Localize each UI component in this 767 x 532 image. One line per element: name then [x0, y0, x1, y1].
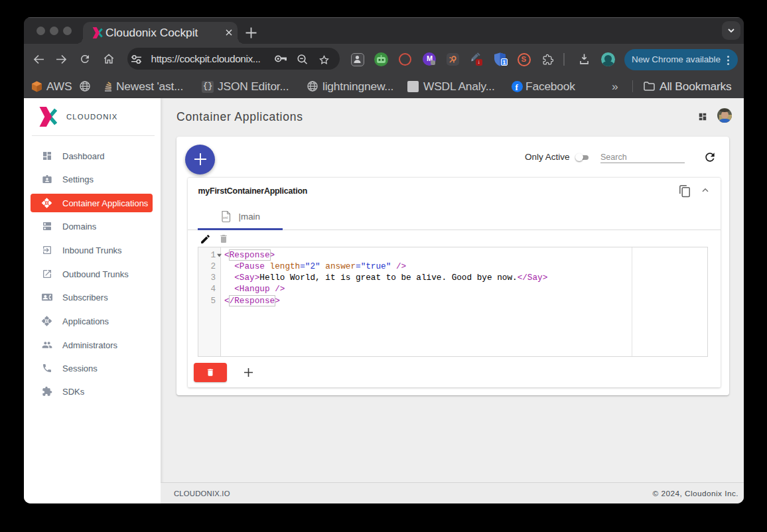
svg-text:xml: xml [223, 216, 228, 220]
